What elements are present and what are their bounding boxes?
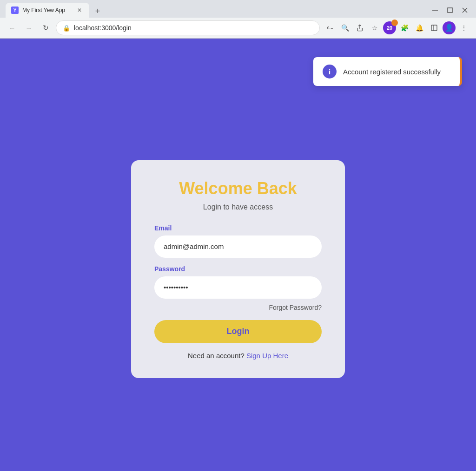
sidebar-icon[interactable] — [428, 21, 441, 34]
signup-prompt: Need an account? — [188, 352, 245, 360]
url-text: localhost:3000/login — [74, 24, 313, 32]
new-tab-button[interactable]: + — [91, 5, 104, 18]
login-card: Welcome Back Login to have access Email … — [131, 160, 345, 378]
welcome-title: Welcome Back — [179, 179, 297, 198]
tab-close-button[interactable]: ✕ — [75, 6, 84, 14]
toast-message: Account registered successfully — [343, 68, 441, 76]
bell-icon[interactable]: 🔔 — [413, 21, 426, 34]
signup-container: Need an account? Sign Up Here — [154, 352, 322, 360]
tab-strip: Y My First Yew App ✕ + — [6, 3, 430, 18]
browser-chrome: Y My First Yew App ✕ + ← → ↻ 🔒 localhost… — [0, 0, 476, 39]
password-input[interactable] — [154, 276, 322, 299]
tab-title: My First Yew App — [22, 7, 72, 13]
forgot-password-link[interactable]: Forgot Password? — [269, 304, 322, 311]
browser-tab[interactable]: Y My First Yew App ✕ — [6, 3, 89, 18]
login-form: Email Password Forgot Password? Login Ne… — [154, 224, 322, 360]
address-bar: ← → ↻ 🔒 localhost:3000/login 🗝 🔍 ☆ 20 🧩 … — [0, 18, 476, 38]
toast-notification: i Account registered successfully — [313, 57, 462, 86]
password-label: Password — [154, 265, 322, 273]
profile-button[interactable]: 👤 — [443, 21, 456, 34]
welcome-subtitle: Login to have access — [203, 203, 273, 211]
puzzle-icon[interactable]: 🧩 — [398, 21, 411, 34]
page-content: i Account registered successfully Welcom… — [0, 39, 476, 471]
browser-actions: 🗝 🔍 ☆ 20 🧩 🔔 👤 ⋮ — [324, 21, 470, 34]
tab-favicon: Y — [11, 7, 19, 14]
title-bar: Y My First Yew App ✕ + — [0, 0, 476, 18]
email-input[interactable] — [154, 236, 322, 258]
login-button[interactable]: Login — [154, 320, 322, 343]
key-icon[interactable]: 🗝 — [324, 21, 337, 34]
share-icon[interactable] — [353, 21, 366, 34]
forgot-password-container: Forgot Password? — [154, 303, 322, 312]
window-controls — [430, 5, 470, 16]
close-button[interactable] — [459, 5, 470, 16]
extension-badge — [391, 20, 398, 26]
forward-button[interactable]: → — [22, 21, 35, 34]
zoom-icon[interactable]: 🔍 — [338, 21, 351, 34]
svg-rect-4 — [431, 25, 437, 31]
reload-button[interactable]: ↻ — [39, 21, 52, 34]
bookmark-icon[interactable]: ☆ — [368, 21, 381, 34]
toast-icon: i — [323, 65, 337, 78]
back-button[interactable]: ← — [6, 21, 19, 34]
email-label: Email — [154, 224, 322, 232]
lock-icon: 🔒 — [63, 25, 70, 32]
minimize-button[interactable] — [430, 5, 441, 16]
url-bar[interactable]: 🔒 localhost:3000/login — [56, 20, 320, 35]
extension-button[interactable]: 20 — [383, 21, 396, 34]
svg-rect-1 — [448, 8, 452, 13]
menu-button[interactable]: ⋮ — [457, 21, 470, 34]
maximize-button[interactable] — [444, 5, 456, 16]
signup-link[interactable]: Sign Up Here — [246, 352, 288, 360]
